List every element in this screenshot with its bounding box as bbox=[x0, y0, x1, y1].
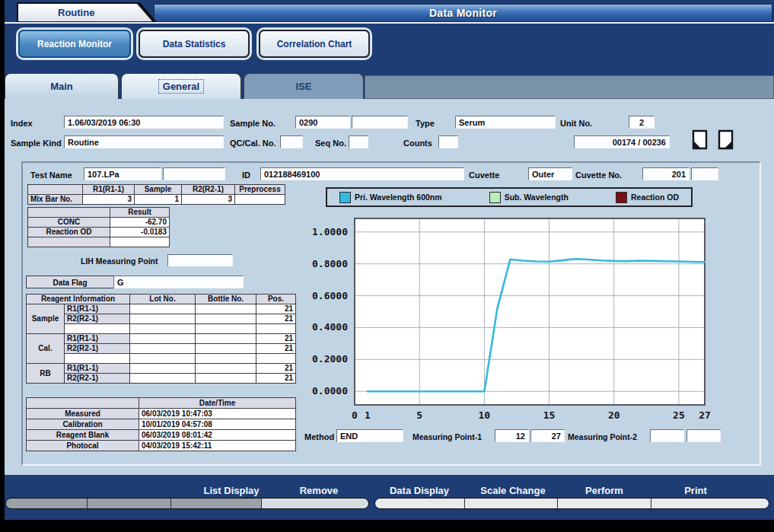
svg-text:0.4000: 0.4000 bbox=[312, 321, 348, 333]
type-label: Type bbox=[416, 119, 435, 128]
data-statistics-label: Data Statistics bbox=[163, 39, 226, 49]
bottom-bar-segment[interactable] bbox=[557, 499, 651, 508]
legend-label: Reaction OD bbox=[631, 193, 679, 202]
list-display-button[interactable]: List Display bbox=[199, 484, 264, 497]
bottom-bar-segment[interactable] bbox=[651, 499, 769, 508]
tab-general[interactable]: General bbox=[121, 73, 241, 99]
qc-cal-no-field bbox=[280, 135, 303, 148]
table-row: R2(R2-1) 21 bbox=[27, 344, 296, 354]
table-row: RB R1(R1-1) 21 bbox=[27, 364, 296, 374]
svg-text:0.8000: 0.8000 bbox=[312, 258, 348, 269]
table-row: Calibration 10/01/2019 04:57:08 bbox=[27, 419, 296, 430]
reaction-od-swatch-icon bbox=[616, 192, 627, 203]
reaction-monitor-button[interactable]: Reaction Monitor bbox=[18, 30, 131, 58]
method-field: END bbox=[336, 429, 403, 442]
reaction-monitor-label: Reaction Monitor bbox=[37, 39, 112, 49]
svg-text:1.0000: 1.0000 bbox=[312, 226, 348, 237]
svg-text:5: 5 bbox=[416, 409, 422, 421]
legend-item: Sub. Wavelength bbox=[489, 192, 569, 203]
correlation-chart-button[interactable]: Correlation Chart bbox=[259, 30, 370, 58]
title-bar: Data Monitor bbox=[154, 4, 772, 22]
bottom-bar-segment[interactable] bbox=[464, 499, 557, 508]
sample-no-field: 0290 bbox=[295, 116, 350, 129]
table-row: Result bbox=[28, 208, 170, 218]
tab-main-label: Main bbox=[50, 81, 73, 92]
bottom-bar-segment[interactable] bbox=[170, 499, 262, 508]
lih-measuring-point-field bbox=[167, 254, 233, 266]
correlation-chart-label: Correlation Chart bbox=[277, 39, 352, 49]
table-row: R2(R2-1) 21 bbox=[27, 374, 296, 384]
table-row: CONC -62.70 bbox=[28, 218, 170, 228]
title-underline bbox=[5, 22, 774, 24]
svg-text:15: 15 bbox=[543, 409, 556, 421]
tab-ise[interactable]: ISE bbox=[244, 73, 364, 99]
bottom-bar-segment[interactable] bbox=[6, 499, 87, 508]
seq-no-label: Seq No. bbox=[315, 139, 346, 148]
chart-legend: Pri. Wavelength 600nm Sub. Wavelength Re… bbox=[326, 187, 693, 207]
reagent-info-table: Reagent Information Lot No. Bottle No. P… bbox=[26, 294, 296, 384]
id-label: ID bbox=[242, 170, 250, 180]
data-display-button[interactable]: Data Display bbox=[385, 484, 454, 497]
routine-tab-face: Routine bbox=[18, 4, 152, 21]
sample-no-label: Sample No. bbox=[230, 119, 276, 128]
table-row: Measured 06/03/2019 10:47:03 bbox=[27, 409, 296, 419]
measuring-point-2-label: Measuring Point-2 bbox=[568, 432, 637, 441]
test-name-field: 107.LPa bbox=[84, 167, 161, 180]
test-name-field-2 bbox=[163, 167, 225, 180]
svg-text:0.6000: 0.6000 bbox=[312, 290, 348, 301]
tab-general-label: General bbox=[159, 80, 203, 93]
result-table: Result CONC -62.70 Reaction OD -0.0183 bbox=[27, 207, 170, 247]
scale-change-button[interactable]: Scale Change bbox=[476, 484, 549, 497]
svg-text:1: 1 bbox=[365, 409, 371, 421]
counts-field bbox=[438, 135, 458, 148]
table-row bbox=[27, 324, 296, 334]
svg-text:0.0000: 0.0000 bbox=[312, 385, 348, 397]
type-field: Serum bbox=[455, 116, 556, 129]
index-field: 1.06/03/2019 06:30 bbox=[64, 116, 224, 129]
svg-text:0.2000: 0.2000 bbox=[312, 353, 348, 365]
routine-mode-tab[interactable]: Routine bbox=[17, 2, 158, 23]
seq-no-field bbox=[349, 135, 368, 148]
tab-strip-filler bbox=[365, 75, 774, 99]
svg-text:10: 10 bbox=[479, 409, 491, 421]
mix-bar-table: R1(R1-1) Sample R2(R2-1) Preprocess Mix … bbox=[27, 184, 285, 205]
general-tab-content: Index 1.06/03/2019 06:30 Sample No. 0290… bbox=[5, 99, 774, 475]
page-forward-button[interactable] bbox=[715, 128, 739, 151]
page-back-button[interactable] bbox=[686, 128, 710, 151]
data-statistics-button[interactable]: Data Statistics bbox=[139, 30, 250, 58]
bottom-command-bar: List Display Remove Data Display Scale C… bbox=[5, 475, 774, 520]
lih-measuring-point-label: LIH Measuring Point bbox=[81, 256, 158, 266]
tab-main[interactable]: Main bbox=[5, 73, 119, 99]
record-counter-field: 00174 / 00236 bbox=[574, 135, 670, 148]
cuvette-no-label: Cuvette No. bbox=[575, 170, 622, 180]
sample-kind-label: Sample Kind bbox=[11, 139, 62, 148]
remove-button[interactable]: Remove bbox=[295, 484, 343, 497]
table-row: Reagent Information Lot No. Bottle No. P… bbox=[27, 295, 296, 304]
table-row: Mix Bar No. 3 1 3 bbox=[28, 195, 285, 205]
measuring-point-1-label: Measuring Point-1 bbox=[412, 432, 482, 441]
legend-label: Pri. Wavelength 600nm bbox=[355, 193, 442, 202]
perform-button[interactable]: Perform bbox=[581, 484, 628, 497]
table-row: Reaction OD -0.0183 bbox=[28, 228, 170, 237]
svg-text:25: 25 bbox=[673, 409, 685, 421]
print-button[interactable]: Print bbox=[680, 484, 712, 497]
bottom-bar-segment[interactable] bbox=[375, 499, 464, 508]
table-row: Date/Time bbox=[27, 398, 296, 409]
app-window: Data Monitor Routine Reaction Monitor Da… bbox=[5, 0, 774, 520]
index-label: Index bbox=[11, 119, 33, 128]
test-detail-panel: Test Name 107.LPa ID 012188469100 Cuvett… bbox=[21, 161, 761, 466]
id-field: 012188469100 bbox=[260, 167, 464, 180]
table-row bbox=[27, 354, 296, 364]
bottom-bar-segment[interactable] bbox=[87, 499, 170, 508]
table-row: Cal. R1(R1-1) 21 bbox=[27, 334, 296, 344]
qc-cal-no-label: QC/Cal. No. bbox=[230, 139, 276, 148]
reaction-chart: 1.00000.80000.60000.40000.20000.00000151… bbox=[301, 210, 758, 429]
bottom-bar-right-capsule bbox=[374, 498, 769, 509]
svg-text:0: 0 bbox=[352, 409, 358, 421]
method-label: Method bbox=[304, 432, 334, 441]
legend-item: Pri. Wavelength 600nm bbox=[339, 192, 442, 203]
routine-tab-label: Routine bbox=[58, 7, 94, 18]
bottom-bar-segment[interactable] bbox=[261, 499, 368, 508]
table-row: R1(R1-1) Sample R2(R2-1) Preprocess bbox=[28, 185, 285, 195]
page-title: Data Monitor bbox=[429, 7, 497, 19]
